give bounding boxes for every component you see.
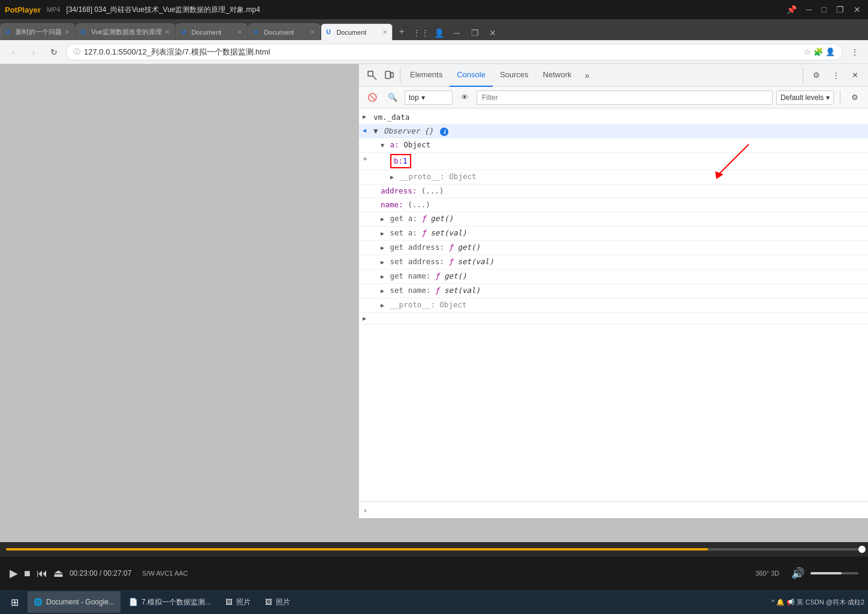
progress-track[interactable] [6,548,862,551]
browser-close-btn[interactable]: ✕ [486,26,500,40]
default-levels-dropdown[interactable]: Default levels ▾ [776,90,834,105]
console-line-get-a: ▶ get a: ƒ get() [359,212,868,226]
settings-icon[interactable]: ⋮ [846,44,863,61]
taskbar-item-chrome[interactable]: 🌐 Document - Google... [28,591,120,613]
stop-button[interactable]: ■ [24,567,31,580]
extensions-btn[interactable]: ⋮⋮ [414,26,428,40]
start-button[interactable]: ⊞ [4,591,25,613]
profile-btn[interactable]: 👤 [432,26,446,40]
tab-3[interactable]: U Document ✕ [176,23,248,40]
line-content-a: ▼ a: Object [371,140,866,151]
console-output[interactable]: ▶ vm._data ◀ ▼ Observer {} i [359,108,868,501]
expand-arrow-observer[interactable]: ◀ [363,127,366,134]
line-content-vm: vm._data [371,112,866,123]
svg-rect-0 [368,71,373,76]
browser-minimize-btn[interactable]: ─ [450,26,464,40]
devtools-more-btn[interactable]: ⋮ [827,67,844,84]
set-a-keyword: ƒ [421,228,426,237]
info-icon: i [440,128,448,136]
expand-arrow-get-address[interactable]: ▶ [381,244,384,251]
address-bar[interactable]: ⓘ 127.0.0.1:5500/12_列表渲染/7.模拟一个数据监测.html… [66,44,843,61]
taskbar-item-photos2[interactable]: 🖼 照片 [259,591,296,613]
set-address-text: set address: [390,257,449,266]
restore-btn[interactable]: ❐ [834,5,846,14]
bookmark-icon[interactable]: ☆ [804,47,811,56]
progress-bar-area[interactable] [0,542,868,556]
tab-1-close[interactable]: ✕ [65,29,70,35]
expand-arrow-vm[interactable]: ▶ [363,113,366,120]
eject-button[interactable]: ⏏ [53,567,64,580]
volume-slider[interactable] [810,572,858,574]
taskbar: ⊞ 🌐 Document - Google... 📄 7.模拟一个数据监测...… [0,590,868,614]
get-address-text: get address: [390,243,449,252]
minimize-btn[interactable]: ─ [804,5,815,14]
eye-btn[interactable]: 👁 [456,89,473,106]
line-gutter-next[interactable]: ▶ [359,314,371,322]
expand-arrow-get-a[interactable]: ▶ [381,216,384,222]
tab-1[interactable]: U 新时的一个问题 ✕ [0,23,75,40]
tab-network[interactable]: Network [536,64,579,87]
taskbar-item-doc[interactable]: 📄 7.模拟一个数据监测... [123,591,217,613]
expand-arrow-a[interactable]: ▼ [381,142,384,149]
line-gutter-vm[interactable]: ▶ [359,112,371,120]
prev-button[interactable]: ⏮ [37,567,47,580]
volume-icon[interactable]: 🔊 [791,567,804,580]
player-controls: ▶ ■ ⏮ ⏏ 00:23:00 / 00:27:07 S/W AVC1 AAC… [0,542,868,590]
devtools-close-btn[interactable]: ✕ [846,67,863,84]
devtools-settings-btn[interactable]: ⚙ [808,67,825,84]
tab-2-favicon: U [81,29,88,36]
tab-sources[interactable]: Sources [493,64,536,87]
expand-arrow-next[interactable]: ▶ [363,315,366,322]
expand-arrow-proto-obs[interactable]: ▶ [381,302,384,308]
line-content-set-name: ▶ set name: ƒ set(val) [371,285,866,297]
taskbar-item-photos2-label: 照片 [276,597,290,607]
device-toggle-btn[interactable] [381,67,397,84]
tab-5[interactable]: U Document ✕ [321,23,393,40]
pin-btn[interactable]: 📌 [784,5,799,14]
expand-arrow-get-name[interactable]: ▶ [381,273,384,280]
expand-arrow-proto-a[interactable]: ▶ [390,174,394,180]
observer-expand[interactable]: ▼ [373,126,378,135]
browser-restore-btn[interactable]: ❐ [468,26,482,40]
line-gutter-proto-a [359,171,371,173]
line-content-set-a: ▶ set a: ƒ set(val) [371,228,866,239]
new-tab-button[interactable]: + [393,23,410,40]
more-tabs-btn[interactable]: » [578,67,595,84]
console-clear-btn[interactable]: 🚫 [364,89,381,106]
context-dropdown[interactable]: top ▾ [405,90,453,105]
tab-2-close[interactable]: ✕ [165,29,170,35]
expand-arrow-set-a[interactable]: ▶ [381,230,384,237]
taskbar-item-doc-icon: 📄 [129,598,138,606]
expand-arrow-set-name[interactable]: ▶ [381,288,384,294]
profile-address-icon[interactable]: 👤 [825,47,835,56]
extensions-address-icon[interactable]: 🧩 [813,47,823,56]
filter-input[interactable] [477,90,773,105]
controls-row: ▶ ■ ⏮ ⏏ 00:23:00 / 00:27:07 S/W AVC1 AAC… [0,556,868,590]
close-btn[interactable]: ✕ [851,5,863,14]
refresh-button[interactable]: ↻ [46,44,62,61]
tab-console[interactable]: Console [450,64,493,87]
tab-3-close[interactable]: ✕ [237,29,242,35]
line-gutter-name [359,199,371,201]
progress-thumb[interactable] [858,546,866,553]
console-input[interactable] [370,506,863,515]
forward-button[interactable]: › [25,44,42,61]
console-filter-btn[interactable]: 🔍 [384,89,401,106]
line-gutter-observer[interactable]: ◀ [359,126,371,134]
back-button[interactable]: ‹ [5,44,22,61]
play-button[interactable]: ▶ [10,567,18,580]
tab-4-close[interactable]: ✕ [310,29,315,35]
maximize-btn[interactable]: □ [819,5,829,14]
tab-5-close[interactable]: ✕ [382,29,387,35]
line-gutter-address [359,186,371,187]
tab-4[interactable]: U Document ✕ [248,23,320,40]
inspect-element-btn[interactable] [364,67,381,84]
devtools-toolbar-right: ⚙ ⋮ ✕ [800,67,863,84]
tab-console-label: Console [457,70,486,79]
tab-elements[interactable]: Elements [403,64,450,87]
potplayer-logo[interactable]: PotPlayer [5,5,41,14]
console-settings-btn[interactable]: ⚙ [846,89,863,106]
taskbar-item-photos1[interactable]: 🖼 照片 [219,591,257,613]
tab-2[interactable]: U Vue监测数据改变的原理 ✕ [76,23,175,40]
expand-arrow-set-address[interactable]: ▶ [381,259,384,265]
